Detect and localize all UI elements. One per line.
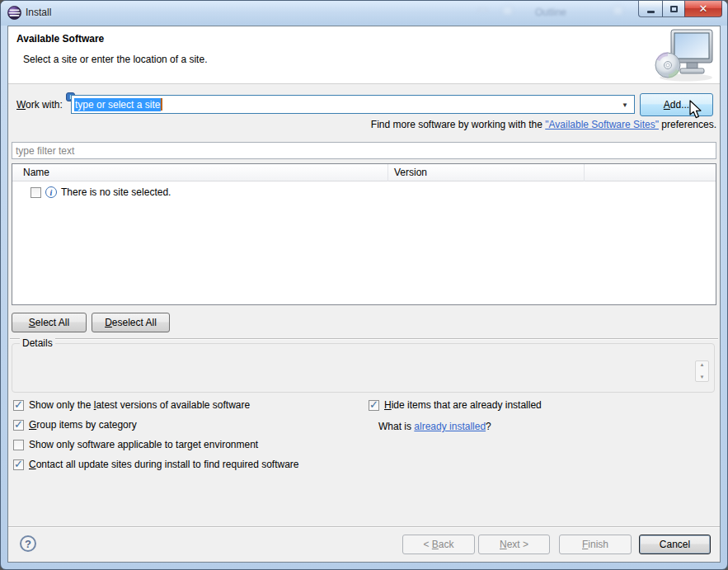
table-header: Name Version bbox=[12, 164, 716, 181]
column-header-name[interactable]: Name bbox=[23, 167, 49, 178]
ghost-decoration bbox=[477, 8, 488, 12]
option-applicable-software[interactable]: Show only software applicable to target … bbox=[13, 439, 258, 450]
empty-row-message: There is no site selected. bbox=[61, 186, 171, 198]
window-title: Install bbox=[26, 7, 51, 18]
combo-selected-text: type or select a site bbox=[74, 98, 161, 111]
find-more-software-hint: Find more software by working with the "… bbox=[371, 119, 716, 130]
details-label: Details bbox=[20, 337, 55, 349]
column-divider[interactable] bbox=[584, 164, 585, 181]
checkbox[interactable] bbox=[369, 400, 379, 411]
scroll-down-icon[interactable]: ▼ bbox=[700, 375, 705, 379]
filter-input[interactable] bbox=[12, 142, 716, 159]
option-group-by-category[interactable]: Group items by category bbox=[13, 419, 137, 431]
chevron-down-icon[interactable]: ▼ bbox=[622, 101, 628, 109]
minimize-button[interactable] bbox=[638, 1, 663, 17]
option-show-latest[interactable]: Show only the latest versions of availab… bbox=[13, 399, 250, 411]
ghost-decoration bbox=[502, 6, 513, 16]
add-button[interactable]: Add... bbox=[640, 93, 713, 116]
minimize-icon bbox=[647, 11, 655, 13]
checkbox[interactable] bbox=[13, 420, 24, 431]
column-header-version[interactable]: Version bbox=[394, 167, 427, 178]
text-caret bbox=[161, 98, 162, 111]
ghost-background-text: Outline bbox=[535, 7, 566, 18]
software-table[interactable]: Name Version i There is no site selected… bbox=[12, 163, 716, 305]
details-group: Details ▲ ▼ bbox=[12, 343, 715, 393]
checkbox[interactable] bbox=[13, 440, 24, 450]
maximize-button[interactable] bbox=[662, 1, 685, 17]
eclipse-app-icon bbox=[7, 6, 21, 20]
scroll-up-icon[interactable]: ▲ bbox=[700, 363, 705, 367]
table-row[interactable]: i There is no site selected. bbox=[31, 186, 171, 198]
checkbox[interactable] bbox=[13, 459, 24, 470]
select-all-button[interactable]: Select All bbox=[12, 313, 87, 332]
dialog-content: Available Software Select a site or ente… bbox=[7, 26, 721, 563]
maximize-icon bbox=[670, 6, 678, 12]
ghost-decoration bbox=[613, 6, 623, 16]
work-with-label: Work with: bbox=[16, 99, 63, 111]
close-icon: ✕ bbox=[699, 2, 708, 15]
next-button[interactable]: Next > bbox=[478, 535, 550, 554]
option-hide-installed[interactable]: Hide items that are already installed bbox=[369, 399, 542, 411]
cancel-button[interactable]: Cancel bbox=[639, 535, 711, 554]
separator bbox=[10, 338, 718, 339]
back-button[interactable]: < Back bbox=[402, 535, 475, 554]
help-button[interactable]: ? bbox=[20, 535, 36, 552]
details-scrollbar[interactable]: ▲ ▼ bbox=[695, 360, 709, 382]
what-is-installed-line: What is already installed? bbox=[378, 421, 491, 432]
option-contact-update-sites[interactable]: Contact all update sites during install … bbox=[13, 459, 299, 470]
title-bar[interactable]: Install Outline ✕ bbox=[1, 1, 727, 26]
page-title: Available Software bbox=[16, 33, 104, 45]
already-installed-link[interactable]: already installed bbox=[414, 421, 486, 432]
row-checkbox[interactable] bbox=[31, 187, 41, 198]
info-icon: i bbox=[45, 186, 57, 198]
finish-button[interactable]: Finish bbox=[559, 535, 632, 554]
install-dialog-window: Install Outline ✕ Available Software Sel… bbox=[0, 0, 728, 570]
button-bar: ? < Back Next > Finish Cancel bbox=[8, 526, 720, 562]
deselect-all-button[interactable]: Deselect All bbox=[92, 313, 170, 332]
install-software-banner-icon bbox=[653, 28, 716, 82]
work-with-combo[interactable]: type or select a site ▼ bbox=[71, 95, 635, 114]
checkbox[interactable] bbox=[13, 400, 24, 411]
wizard-header: Available Software Select a site or ente… bbox=[8, 26, 720, 84]
column-divider[interactable] bbox=[387, 164, 388, 181]
page-subtitle: Select a site or enter the location of a… bbox=[23, 54, 207, 65]
available-software-sites-link[interactable]: "Available Software Sites" bbox=[545, 119, 659, 130]
window-controls: ✕ bbox=[639, 1, 722, 17]
close-button[interactable]: ✕ bbox=[684, 1, 722, 17]
